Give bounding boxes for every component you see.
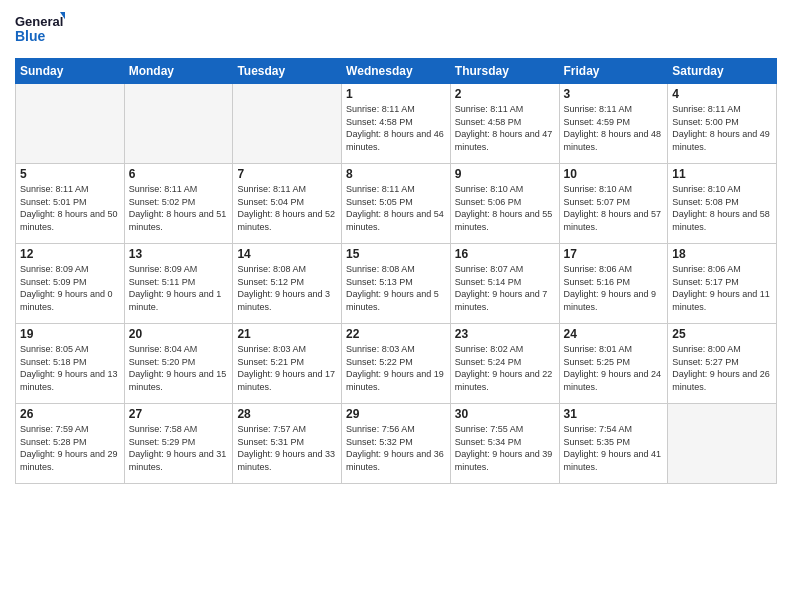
day-cell: 30Sunrise: 7:55 AMSunset: 5:34 PMDayligh… <box>450 404 559 484</box>
day-number: 25 <box>672 327 772 341</box>
day-cell: 22Sunrise: 8:03 AMSunset: 5:22 PMDayligh… <box>342 324 451 404</box>
day-info: Sunrise: 8:03 AMSunset: 5:22 PMDaylight:… <box>346 343 446 393</box>
day-number: 12 <box>20 247 120 261</box>
day-number: 13 <box>129 247 229 261</box>
day-info: Sunrise: 8:11 AMSunset: 4:58 PMDaylight:… <box>346 103 446 153</box>
logo: General Blue <box>15 10 65 50</box>
day-cell: 13Sunrise: 8:09 AMSunset: 5:11 PMDayligh… <box>124 244 233 324</box>
day-info: Sunrise: 8:11 AMSunset: 5:01 PMDaylight:… <box>20 183 120 233</box>
weekday-header-row: SundayMondayTuesdayWednesdayThursdayFrid… <box>16 59 777 84</box>
day-info: Sunrise: 8:08 AMSunset: 5:13 PMDaylight:… <box>346 263 446 313</box>
day-info: Sunrise: 8:10 AMSunset: 5:07 PMDaylight:… <box>564 183 664 233</box>
svg-text:General: General <box>15 14 63 29</box>
day-info: Sunrise: 8:11 AMSunset: 5:04 PMDaylight:… <box>237 183 337 233</box>
week-row-1: 1Sunrise: 8:11 AMSunset: 4:58 PMDaylight… <box>16 84 777 164</box>
svg-text:Blue: Blue <box>15 28 46 44</box>
day-number: 19 <box>20 327 120 341</box>
day-number: 18 <box>672 247 772 261</box>
day-number: 23 <box>455 327 555 341</box>
day-number: 31 <box>564 407 664 421</box>
week-row-2: 5Sunrise: 8:11 AMSunset: 5:01 PMDaylight… <box>16 164 777 244</box>
day-cell: 31Sunrise: 7:54 AMSunset: 5:35 PMDayligh… <box>559 404 668 484</box>
day-info: Sunrise: 7:58 AMSunset: 5:29 PMDaylight:… <box>129 423 229 473</box>
day-cell: 12Sunrise: 8:09 AMSunset: 5:09 PMDayligh… <box>16 244 125 324</box>
day-cell: 14Sunrise: 8:08 AMSunset: 5:12 PMDayligh… <box>233 244 342 324</box>
day-number: 29 <box>346 407 446 421</box>
logo-svg: General Blue <box>15 10 65 50</box>
day-cell: 6Sunrise: 8:11 AMSunset: 5:02 PMDaylight… <box>124 164 233 244</box>
day-number: 14 <box>237 247 337 261</box>
day-number: 26 <box>20 407 120 421</box>
day-info: Sunrise: 8:03 AMSunset: 5:21 PMDaylight:… <box>237 343 337 393</box>
day-info: Sunrise: 8:11 AMSunset: 5:05 PMDaylight:… <box>346 183 446 233</box>
day-number: 3 <box>564 87 664 101</box>
day-cell <box>124 84 233 164</box>
day-cell: 11Sunrise: 8:10 AMSunset: 5:08 PMDayligh… <box>668 164 777 244</box>
day-info: Sunrise: 8:11 AMSunset: 5:00 PMDaylight:… <box>672 103 772 153</box>
weekday-header-sunday: Sunday <box>16 59 125 84</box>
day-number: 1 <box>346 87 446 101</box>
day-number: 28 <box>237 407 337 421</box>
page: General Blue SundayMondayTuesdayWednesda… <box>0 0 792 612</box>
day-info: Sunrise: 8:07 AMSunset: 5:14 PMDaylight:… <box>455 263 555 313</box>
day-cell <box>16 84 125 164</box>
weekday-header-saturday: Saturday <box>668 59 777 84</box>
day-number: 27 <box>129 407 229 421</box>
weekday-header-thursday: Thursday <box>450 59 559 84</box>
day-cell: 18Sunrise: 8:06 AMSunset: 5:17 PMDayligh… <box>668 244 777 324</box>
day-number: 9 <box>455 167 555 181</box>
day-cell: 24Sunrise: 8:01 AMSunset: 5:25 PMDayligh… <box>559 324 668 404</box>
day-cell: 29Sunrise: 7:56 AMSunset: 5:32 PMDayligh… <box>342 404 451 484</box>
day-cell <box>233 84 342 164</box>
day-number: 17 <box>564 247 664 261</box>
day-number: 22 <box>346 327 446 341</box>
day-number: 5 <box>20 167 120 181</box>
day-number: 24 <box>564 327 664 341</box>
day-number: 2 <box>455 87 555 101</box>
day-info: Sunrise: 8:09 AMSunset: 5:09 PMDaylight:… <box>20 263 120 313</box>
week-row-5: 26Sunrise: 7:59 AMSunset: 5:28 PMDayligh… <box>16 404 777 484</box>
day-cell: 21Sunrise: 8:03 AMSunset: 5:21 PMDayligh… <box>233 324 342 404</box>
day-cell: 1Sunrise: 8:11 AMSunset: 4:58 PMDaylight… <box>342 84 451 164</box>
day-cell: 28Sunrise: 7:57 AMSunset: 5:31 PMDayligh… <box>233 404 342 484</box>
day-info: Sunrise: 8:06 AMSunset: 5:17 PMDaylight:… <box>672 263 772 313</box>
day-info: Sunrise: 7:55 AMSunset: 5:34 PMDaylight:… <box>455 423 555 473</box>
day-info: Sunrise: 8:08 AMSunset: 5:12 PMDaylight:… <box>237 263 337 313</box>
weekday-header-friday: Friday <box>559 59 668 84</box>
day-info: Sunrise: 8:06 AMSunset: 5:16 PMDaylight:… <box>564 263 664 313</box>
day-info: Sunrise: 7:59 AMSunset: 5:28 PMDaylight:… <box>20 423 120 473</box>
day-number: 16 <box>455 247 555 261</box>
day-info: Sunrise: 8:04 AMSunset: 5:20 PMDaylight:… <box>129 343 229 393</box>
header: General Blue <box>15 10 777 50</box>
day-number: 8 <box>346 167 446 181</box>
day-cell: 19Sunrise: 8:05 AMSunset: 5:18 PMDayligh… <box>16 324 125 404</box>
day-number: 6 <box>129 167 229 181</box>
day-info: Sunrise: 8:05 AMSunset: 5:18 PMDaylight:… <box>20 343 120 393</box>
day-cell: 9Sunrise: 8:10 AMSunset: 5:06 PMDaylight… <box>450 164 559 244</box>
day-number: 7 <box>237 167 337 181</box>
logo-container: General Blue <box>15 10 65 50</box>
day-cell: 7Sunrise: 8:11 AMSunset: 5:04 PMDaylight… <box>233 164 342 244</box>
day-number: 11 <box>672 167 772 181</box>
weekday-header-tuesday: Tuesday <box>233 59 342 84</box>
day-info: Sunrise: 8:10 AMSunset: 5:06 PMDaylight:… <box>455 183 555 233</box>
day-cell: 2Sunrise: 8:11 AMSunset: 4:58 PMDaylight… <box>450 84 559 164</box>
day-number: 4 <box>672 87 772 101</box>
day-number: 10 <box>564 167 664 181</box>
day-cell: 25Sunrise: 8:00 AMSunset: 5:27 PMDayligh… <box>668 324 777 404</box>
weekday-header-wednesday: Wednesday <box>342 59 451 84</box>
day-cell: 10Sunrise: 8:10 AMSunset: 5:07 PMDayligh… <box>559 164 668 244</box>
day-cell: 15Sunrise: 8:08 AMSunset: 5:13 PMDayligh… <box>342 244 451 324</box>
day-number: 30 <box>455 407 555 421</box>
day-number: 15 <box>346 247 446 261</box>
weekday-header-monday: Monday <box>124 59 233 84</box>
day-info: Sunrise: 8:02 AMSunset: 5:24 PMDaylight:… <box>455 343 555 393</box>
day-cell: 20Sunrise: 8:04 AMSunset: 5:20 PMDayligh… <box>124 324 233 404</box>
day-cell: 27Sunrise: 7:58 AMSunset: 5:29 PMDayligh… <box>124 404 233 484</box>
day-cell: 17Sunrise: 8:06 AMSunset: 5:16 PMDayligh… <box>559 244 668 324</box>
day-info: Sunrise: 7:54 AMSunset: 5:35 PMDaylight:… <box>564 423 664 473</box>
week-row-3: 12Sunrise: 8:09 AMSunset: 5:09 PMDayligh… <box>16 244 777 324</box>
day-info: Sunrise: 7:57 AMSunset: 5:31 PMDaylight:… <box>237 423 337 473</box>
calendar-table: SundayMondayTuesdayWednesdayThursdayFrid… <box>15 58 777 484</box>
day-cell: 26Sunrise: 7:59 AMSunset: 5:28 PMDayligh… <box>16 404 125 484</box>
